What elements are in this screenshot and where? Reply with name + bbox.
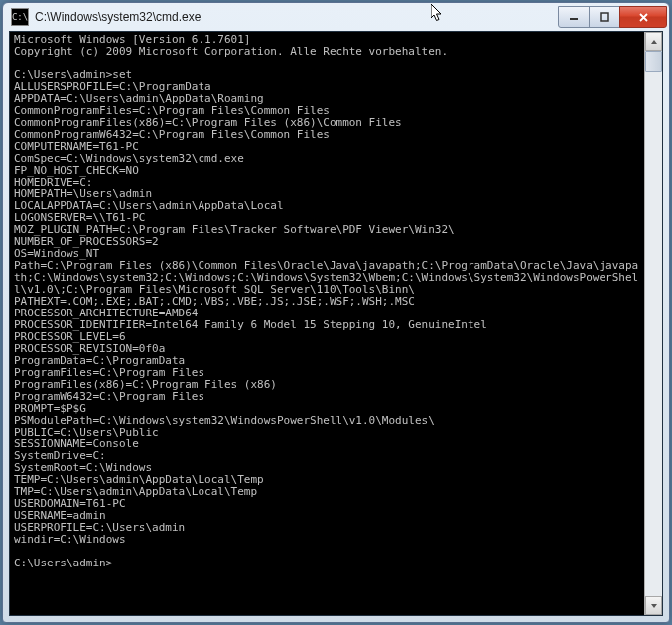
scroll-down-button[interactable] [645,596,662,615]
close-icon [638,12,649,23]
scrollbar-thumb[interactable] [645,51,662,72]
chevron-down-icon [650,603,658,609]
minimize-button[interactable] [558,6,590,28]
chevron-up-icon [650,39,658,45]
svg-rect-0 [570,18,578,20]
window-title: C:\Windows\system32\cmd.exe [35,10,559,24]
client-area: Microsoft Windows [Version 6.1.7601] Cop… [9,31,663,616]
minimize-icon [569,12,579,22]
cmd-window: C:\ C:\Windows\system32\cmd.exe Microsof… [2,2,670,623]
maximize-icon [600,12,609,22]
close-button[interactable] [619,6,667,28]
cmd-icon: C:\ [11,8,29,26]
terminal-output[interactable]: Microsoft Windows [Version 6.1.7601] Cop… [10,32,644,615]
vertical-scrollbar[interactable] [644,32,662,615]
svg-rect-1 [601,13,608,21]
titlebar[interactable]: C:\ C:\Windows\system32\cmd.exe [3,3,669,31]
scroll-up-button[interactable] [645,32,662,51]
scrollbar-track[interactable] [645,51,662,596]
window-controls [559,6,667,28]
maximize-button[interactable] [589,6,620,28]
